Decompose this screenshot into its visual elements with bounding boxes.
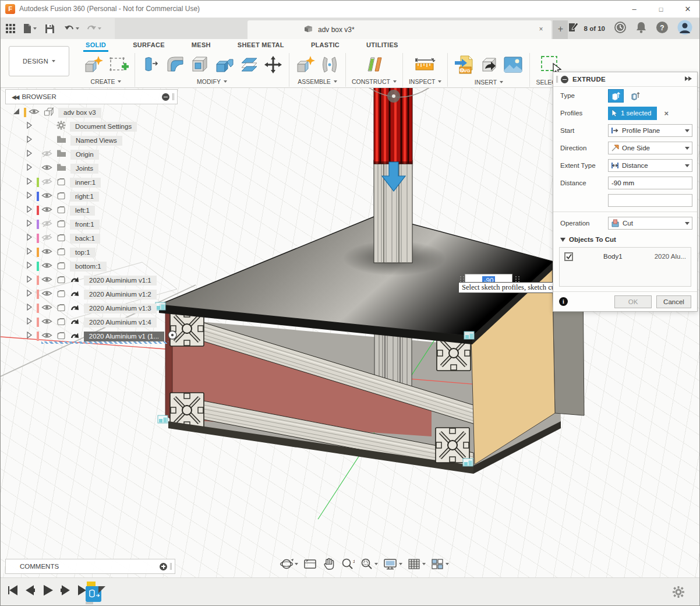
expander-icon[interactable] <box>25 316 33 328</box>
browser-item-bottom-1[interactable]: bottom:1 <box>5 259 178 273</box>
visibility-eye-icon[interactable] <box>41 233 52 244</box>
browser-header[interactable]: ◀◀ BROWSER <box>5 89 178 104</box>
browser-item-adv-box-v3[interactable]: adv box v3 <box>5 105 178 119</box>
browser-item-inner-1[interactable]: inner:1 <box>5 175 178 189</box>
fillet-icon[interactable] <box>165 55 186 77</box>
visibility-eye-icon[interactable] <box>41 247 52 258</box>
insert-svg-icon[interactable]: SVG <box>454 54 475 77</box>
profiles-selected-button[interactable]: 1 selected <box>608 107 657 120</box>
redo-icon[interactable] <box>86 24 101 33</box>
visibility-eye-icon[interactable] <box>29 107 40 118</box>
component-color-bar[interactable] <box>37 318 39 327</box>
component-color-bar[interactable] <box>37 234 39 243</box>
avatar[interactable] <box>677 20 692 37</box>
visibility-eye-icon[interactable] <box>41 303 52 313</box>
expander-icon[interactable] <box>25 330 33 342</box>
play-button[interactable] <box>43 585 53 598</box>
visibility-eye-icon[interactable] <box>41 163 52 174</box>
browser-item-named-views[interactable]: Named Views <box>5 133 178 147</box>
expander-icon[interactable] <box>25 274 33 286</box>
browser-item-label[interactable]: 2020 Aluminium v1:3 <box>84 304 157 313</box>
browser-item-label[interactable]: back:1 <box>70 234 100 244</box>
browser-item-2020-aluminium-v1-1[interactable]: 2020 Aluminium v1:1 <box>5 273 178 287</box>
combine-icon[interactable] <box>214 55 235 77</box>
expander-icon[interactable] <box>25 232 33 244</box>
browser-item-label[interactable]: bottom:1 <box>70 262 107 272</box>
browser-item-label[interactable]: right:1 <box>70 192 99 202</box>
visibility-eye-icon[interactable] <box>41 219 52 230</box>
browser-item-label[interactable]: left:1 <box>70 206 95 216</box>
visibility-eye-icon[interactable] <box>41 177 52 188</box>
collapse-panel-icon[interactable]: ◀◀ <box>12 94 18 100</box>
visibility-eye-icon[interactable] <box>41 331 52 341</box>
display-settings-icon[interactable] <box>383 558 402 570</box>
expander-icon[interactable] <box>25 260 33 272</box>
browser-item-label[interactable]: 2020 Aluminium v1:4 <box>84 318 157 327</box>
browser-drag-grip[interactable] <box>172 93 174 100</box>
orbit-icon[interactable] <box>280 558 298 570</box>
save-icon[interactable] <box>45 24 55 34</box>
clock-icon[interactable] <box>614 21 627 36</box>
browser-item-label[interactable]: Named Views <box>70 136 122 146</box>
dialog-dock-icon[interactable] <box>684 76 692 83</box>
cancel-button[interactable]: Cancel <box>656 295 691 308</box>
ribbon-tab-sheet-metal[interactable]: SHEET METAL <box>235 39 287 52</box>
expander-icon[interactable] <box>25 177 33 188</box>
browser-minimize-icon[interactable] <box>162 93 169 101</box>
distance-input[interactable]: -90 mm <box>608 177 692 189</box>
comments-drag-grip[interactable] <box>170 563 172 570</box>
operation-dropdown[interactable]: Cut <box>608 217 692 230</box>
close-button[interactable]: ✕ <box>675 1 700 18</box>
joint-icon[interactable] <box>320 55 340 77</box>
comments-header[interactable]: COMMENTS <box>5 559 175 574</box>
component-color-bar[interactable] <box>37 192 39 201</box>
minimize-button[interactable]: – <box>621 1 647 18</box>
visibility-eye-icon[interactable] <box>41 261 52 272</box>
component-color-bar[interactable] <box>37 248 39 257</box>
component-color-bar[interactable] <box>37 304 39 313</box>
step-forward-button[interactable] <box>60 585 70 598</box>
browser-item-label[interactable]: Joints <box>70 164 98 174</box>
ribbon-tab-solid[interactable]: SOLID <box>83 39 108 52</box>
browser-item-back-1[interactable]: back:1 <box>5 231 178 245</box>
expander-icon[interactable] <box>25 288 33 300</box>
taper-angle-input[interactable] <box>608 194 692 207</box>
visibility-eye-icon[interactable] <box>41 205 52 216</box>
construct-menu[interactable]: CONSTRUCT <box>352 77 397 87</box>
expander-icon[interactable] <box>25 302 33 314</box>
component-color-bar[interactable] <box>37 206 39 215</box>
visibility-eye-icon[interactable] <box>41 317 52 327</box>
new-component-icon[interactable] <box>295 55 316 77</box>
step-back-button[interactable] <box>25 585 36 598</box>
browser-item-top-1[interactable]: top:1 <box>5 245 178 259</box>
component-color-bar[interactable] <box>37 178 39 187</box>
expander-icon[interactable] <box>12 107 20 118</box>
profiles-clear-icon[interactable]: × <box>664 109 669 118</box>
viewports-icon[interactable] <box>431 558 449 570</box>
dialog-minimize-icon[interactable] <box>561 76 568 83</box>
expander-icon[interactable] <box>25 135 33 146</box>
extrude-dialog-header[interactable]: EXTRUDE <box>553 72 697 87</box>
grid-icon[interactable] <box>408 558 426 570</box>
input-drag-grip[interactable] <box>515 276 520 282</box>
expander-icon[interactable] <box>25 246 33 258</box>
browser-item-label[interactable]: 2020 Aluminium v1:1 <box>84 276 157 286</box>
direction-dropdown[interactable]: One Side <box>608 142 692 154</box>
object-row[interactable]: Body1 2020 Alu... <box>560 248 691 263</box>
expander-icon[interactable] <box>25 149 33 160</box>
browser-item-label[interactable]: Origin <box>70 150 99 160</box>
browser-item-2020-aluminium-v1-2[interactable]: 2020 Aluminium v1:2 <box>5 287 178 301</box>
corner-marker[interactable] <box>463 459 473 466</box>
ribbon-tab-utilities[interactable]: UTILITIES <box>364 39 401 52</box>
component-color-bar[interactable] <box>37 332 39 341</box>
browser-item-left-1[interactable]: left:1 <box>5 203 178 217</box>
expander-icon[interactable] <box>25 219 33 230</box>
measure-icon[interactable] <box>414 55 436 76</box>
file-menu-icon[interactable] <box>23 23 37 34</box>
add-comment-icon[interactable] <box>160 563 167 570</box>
maximize-button[interactable]: □ <box>648 1 674 18</box>
help-icon[interactable]: ? <box>656 21 669 36</box>
ok-button[interactable]: OK <box>614 295 652 308</box>
browser-item-label[interactable]: 2020 Aluminium v1:2 <box>84 290 157 300</box>
undo-icon[interactable] <box>64 24 79 33</box>
